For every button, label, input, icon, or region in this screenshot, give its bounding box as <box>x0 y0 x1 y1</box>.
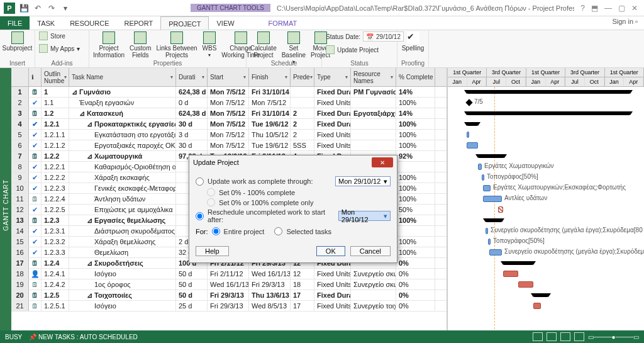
radio-entire-project[interactable] <box>212 227 220 235</box>
cell-pred[interactable]: 17 <box>291 290 314 300</box>
table-row[interactable]: 1🗓1⊿ Γυμνάσιο624,38 dMon 7/5/12Fri 31/10… <box>11 87 447 98</box>
gantt-bar[interactable] <box>533 303 541 309</box>
cell-percent[interactable]: 0% <box>396 279 435 290</box>
gantt-bar[interactable] <box>498 206 503 213</box>
table-row[interactable]: 2✔1.1Έναρξη εργασιών0 dMon 7/5/12Mon 7/5… <box>11 98 447 108</box>
reschedule-date[interactable]: Mon 29/10/12▾ <box>338 211 391 221</box>
radio-update-complete[interactable] <box>196 177 204 186</box>
maximize-icon[interactable]: ▢ <box>618 4 625 13</box>
view-sheet-icon[interactable] <box>560 332 570 341</box>
cell-task-name[interactable]: Θεμελίωση <box>69 247 176 257</box>
cell-outline[interactable]: 1.2.4.1 <box>42 269 69 279</box>
cell-finish[interactable]: Fri 31/10/14 <box>249 108 291 118</box>
cell-outline[interactable]: 1.2.4.2 <box>42 279 69 290</box>
gantt-bar[interactable] <box>488 239 491 245</box>
gantt-bar[interactable] <box>467 90 630 94</box>
cell-task-name[interactable]: Χάραξη εκσκαφής <box>69 172 176 183</box>
cell-pred[interactable]: 2 <box>291 108 314 118</box>
cell-task-name[interactable]: Διάστρωση σκυροδέματος καθαριότητας <box>69 226 176 236</box>
row-number[interactable]: 9 <box>11 172 29 183</box>
cell-type[interactable]: Fixed Dura <box>314 87 351 97</box>
cell-start[interactable]: Mon 7/5/12 <box>208 140 249 150</box>
row-number[interactable]: 15 <box>11 237 29 247</box>
cell-pred[interactable]: 5SS <box>291 140 314 150</box>
radio-reschedule[interactable] <box>196 212 204 220</box>
row-number[interactable]: 21 <box>11 301 29 311</box>
cell-type[interactable]: Fixed Dura <box>314 119 351 129</box>
cell-resource[interactable] <box>351 130 396 140</box>
tab-resource[interactable]: RESOURCE <box>62 16 116 30</box>
sign-in-link[interactable]: Sign in ▫ <box>606 16 644 30</box>
row-number[interactable]: 5 <box>11 130 29 140</box>
gantt-chart-sidebar[interactable]: GANTT CHART <box>0 68 11 342</box>
cell-resource[interactable]: Συνεργείο σκυ <box>351 269 396 279</box>
row-number[interactable]: 12 <box>11 205 29 215</box>
row-number[interactable]: 8 <box>11 162 29 172</box>
zoom-slider[interactable]: ▭────●────▭ <box>588 334 639 340</box>
links-between-projects-button[interactable]: Links Between Projects <box>156 31 197 59</box>
cell-resource[interactable] <box>351 140 396 150</box>
cell-type[interactable]: Fixed Units <box>314 301 351 311</box>
cell-outline[interactable]: 1.2.4 <box>42 258 69 268</box>
cell-task-name[interactable]: Εργοταξιακές παροχές ΟΚΩ <box>69 140 176 150</box>
qat-dropdown-icon[interactable]: ▾ <box>60 3 70 13</box>
tab-format[interactable]: FORMAT <box>261 16 305 30</box>
col-resource[interactable]: Resource Names▾ <box>351 68 396 86</box>
minimize-icon[interactable]: — <box>604 4 612 13</box>
cell-outline[interactable]: 1.2.2.1 <box>42 162 69 172</box>
cell-percent[interactable]: 100% <box>396 237 435 247</box>
cell-outline[interactable]: 1.2.3 <box>42 215 69 225</box>
redo-icon[interactable]: ↷ <box>47 3 57 13</box>
indicator-column[interactable]: ℹ <box>29 68 42 86</box>
cancel-button[interactable]: Cancel <box>350 246 391 256</box>
col-duration[interactable]: Durati▾ <box>176 68 208 86</box>
tab-report[interactable]: REPORT <box>117 16 161 30</box>
gantt-bar[interactable] <box>518 281 533 288</box>
cell-start[interactable]: Fri 29/3/13 <box>208 290 249 300</box>
cell-duration[interactable]: 50 d <box>176 269 208 279</box>
cell-task-name[interactable]: Επιχώσεις με αμμοχάλικα <box>69 205 176 215</box>
cell-task-name[interactable]: ⊿ Κατασκευή <box>69 108 176 118</box>
cell-outline[interactable]: 1.2.5 <box>42 290 69 300</box>
tab-project[interactable]: PROJECT <box>160 16 209 30</box>
cell-outline[interactable]: 1.2.5.1 <box>42 301 69 311</box>
gantt-bar[interactable] <box>486 228 488 234</box>
cell-duration[interactable]: 624,38 d <box>176 87 208 97</box>
subproject-button[interactable]: Subproject <box>4 31 31 52</box>
row-number[interactable]: 16 <box>11 247 29 257</box>
gantt-bar[interactable] <box>478 154 504 158</box>
cell-pred[interactable]: 17 <box>291 301 314 311</box>
cell-finish[interactable]: Thu 10/5/12 <box>249 130 291 140</box>
cell-percent[interactable] <box>396 162 435 172</box>
spelling-button[interactable]: ✔Spelling <box>401 31 425 52</box>
cell-outline[interactable]: 1.2.2.3 <box>42 183 69 193</box>
table-row[interactable]: 19🗓1.2.4.21ος όροφος50 dWed 16/1/13Fri 2… <box>11 279 447 290</box>
table-row[interactable]: 6✔1.2.1.2Εργοταξιακές παροχές ΟΚΩ30 dMon… <box>11 140 447 151</box>
row-number[interactable]: 20 <box>11 290 29 300</box>
cell-finish[interactable]: Tue 19/6/12 <box>249 140 291 150</box>
table-row[interactable]: 3🗓1.2⊿ Κατασκευή624,38 dMon 7/5/12Fri 31… <box>11 108 447 119</box>
cell-percent[interactable]: 100% <box>396 183 435 193</box>
row-number[interactable]: 17 <box>11 258 29 268</box>
cell-task-name[interactable]: ⊿ Εργασίες θεμελίωσης <box>69 215 176 225</box>
cell-percent[interactable]: 100% <box>396 119 435 129</box>
cell-outline[interactable]: 1.2.3.1 <box>42 226 69 236</box>
gantt-bar[interactable] <box>467 142 478 149</box>
cell-task-name[interactable]: 1ος όροφος <box>69 279 176 290</box>
cell-resource[interactable]: PM Γυμνασίο <box>351 87 396 97</box>
cell-duration[interactable]: 50 d <box>176 279 208 290</box>
col-task-name[interactable]: Task Name▾ <box>69 68 176 86</box>
help-icon[interactable]: ? <box>580 4 585 13</box>
cell-type[interactable]: Fixed Dura <box>314 108 351 118</box>
tab-view[interactable]: VIEW <box>209 16 242 30</box>
cell-outline[interactable]: 1.2.2 <box>42 151 69 161</box>
project-information-button[interactable]: Project Information <box>93 31 125 59</box>
cell-percent[interactable]: 100% <box>396 247 435 257</box>
cell-duration[interactable]: 25 d <box>176 301 208 311</box>
cell-duration[interactable]: 624,38 d <box>176 108 208 118</box>
gantt-bar[interactable] <box>483 185 491 191</box>
table-row[interactable]: 21🗓1.2.5.1Ισόγειο25 dFri 29/3/13Wed 8/5/… <box>11 301 447 312</box>
cell-outline[interactable]: 1.2.1.1 <box>42 130 69 140</box>
cell-finish[interactable]: Thu 13/6/13 <box>249 290 291 300</box>
undo-icon[interactable]: ↶ <box>33 3 43 13</box>
